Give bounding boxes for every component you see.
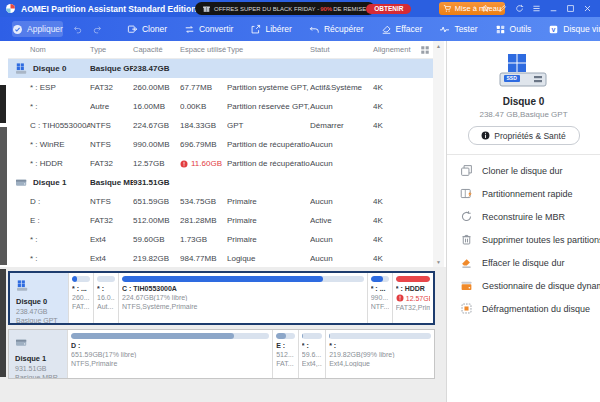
ssd-disk-icon [16,280,29,291]
row-capacity: 990.00MB [133,140,180,149]
row-capacity: 651.59GB [133,197,180,206]
disk-name: Disque 1 [15,354,67,363]
partition-cell[interactable]: * : HDDR12.57GB...FAT32,Prim... [392,273,433,323]
toolbar-button-outils[interactable]: Outils [495,24,532,35]
table-row[interactable]: E :FAT32512.00MB281.28MBPrimaireActive4K [8,211,433,230]
gift-icon [202,4,211,13]
partition-usage-fill [122,276,323,282]
column-header[interactable]: Nom [8,45,90,54]
toolbar-button-recuperer[interactable]: Récupérer [309,24,364,35]
row-capacity: 931.51GB [133,178,180,187]
menu-icon[interactable] [532,4,541,13]
partition-cell[interactable]: * : ...990...NTF... [367,273,392,323]
row-ptype: Partition de récupération, ... [227,140,310,149]
sidebar-action-effacer-le-disque-dur[interactable]: Effacer le disque dur [447,251,600,274]
disk-panel-disque-1[interactable]: Disque 1931.51GBBasique MBRD :651.59GB(1… [8,329,435,379]
undo-icon[interactable] [72,24,83,35]
partition-name: C : TIH0553000A [122,285,364,292]
promo-cta-button[interactable]: OBTENIR [366,4,411,14]
partition-usage-bar [122,276,364,282]
table-row[interactable]: * : WinRENTFS990.00MB696.79MBPartition d… [8,135,433,154]
toolbar-button-tester[interactable]: Tester [439,24,477,35]
toolbar-button-effacer[interactable]: Effacer [381,24,423,35]
table-row[interactable]: Disque 0Basique GPT238.47GB [8,59,433,78]
app-title: AOMEI Partition Assistant Standard Editi… [21,4,196,14]
toolbar-button-cloner[interactable]: Cloner [127,24,167,35]
maximize-icon[interactable] [566,4,575,13]
background-fragment [0,85,6,123]
promo-banner[interactable]: OFFRES SUPER DU BLACK FRIDAY - 90% DE RE… [195,2,375,15]
column-settings-icon[interactable] [420,45,430,55]
table-row[interactable]: * :Ext4219.82GB984.77MBLogiqueAucun4K [8,249,433,268]
partition-size-value: 224.67GB(17% libre) [122,294,187,301]
partition-cell[interactable]: * : ...260...FAT... [68,273,93,323]
star-icon[interactable] [481,4,490,13]
partition-usage-bar [329,333,431,339]
action-label: Effacer le disque dur [482,258,564,268]
sidebar-action-supprimer-toutes-les-partitions[interactable]: Supprimer toutes les partitions [447,228,600,251]
action-label: Supprimer toutes les partitions [482,235,600,245]
table-row[interactable]: * :Autre16.00MB0.00KBPartition réservée … [8,97,433,116]
toolbar-button-liberer[interactable]: Libérer [250,24,291,35]
row-ptype: Logique [227,254,310,263]
partition-usage-fill [329,333,330,339]
partition-size-value: 990... [371,294,389,301]
row-status: Aucun [310,102,373,111]
partition-name: * : ... [72,285,90,292]
close-icon[interactable] [583,4,592,13]
tools-icon [495,24,506,35]
column-header[interactable]: Type [90,45,133,54]
table-row[interactable]: * : ESPFAT32260.00MB67.77MBPartition sys… [8,78,433,97]
toolbar-button-label: Convertir [199,24,233,34]
rebuild-mbr-icon [460,210,473,223]
wipe-icon [381,24,392,35]
row-name-cell: * : WinRE [8,140,90,149]
disk-graphic: SSD [494,53,554,91]
minimize-icon[interactable] [549,4,558,13]
sidebar-action-cloner-le-disque-dur[interactable]: Cloner le disque dur [447,159,600,182]
row-ptype: GPT [227,121,310,130]
redo-icon[interactable] [92,24,103,35]
row-name-cell: * : [8,102,90,111]
table-row[interactable]: * :Ext459.60GB1.73GBPrimaireAucun4K [8,230,433,249]
properties-health-button[interactable]: Propriétés & Santé [468,126,580,145]
partition-cell[interactable]: D :651.59GB(17% libre)NTFS,Primaire [67,330,272,378]
sidebar-action-defragmentation-du-disque[interactable]: Défragmentation du disque [447,297,600,320]
partition-cell[interactable]: C : TIH0553000A224.67GB(17% libre)NTFS,S… [118,273,367,323]
partition-usage-bar [72,276,90,282]
partition-cell[interactable]: E :512...FAT... [272,330,298,378]
partition-size-value: 651.59GB(17% libre) [71,351,136,358]
sidebar-action-reconstruire-le-mbr[interactable]: Reconstruire le MBR [447,205,600,228]
table-row[interactable]: D :NTFS651.59GB534.75GBPrimaireAucun4K [8,192,433,211]
row-fs: FAT32 [90,159,133,168]
column-header[interactable]: Type [227,45,310,54]
partition-cell[interactable]: * :59.6...Ext4,... [298,330,325,378]
row-ptype: Primaire [227,235,310,244]
table-row[interactable]: * : HDDRFAT3212.57GB11.60GBPartition de … [8,154,433,173]
apply-button[interactable]: Appliquer [12,21,63,37]
apply-check-icon [12,24,23,35]
table-scrollbar[interactable]: ▲ ▼ [433,41,444,267]
table-row[interactable]: Disque 1Basique MBR931.51GB [8,173,433,192]
sidebar-action-gestionnaire-de-disque-dynamique[interactable]: Gestionnaire de disque dynamique [447,274,600,297]
feedback-icon[interactable] [498,4,507,13]
disk-map-area: Disque 0238.47GBBasique GPT* : ...260...… [0,267,446,402]
partition-cell[interactable]: * :219.82GB(99% libre)Ext4,Logique [325,330,434,378]
row-name: * : [30,102,38,111]
sidebar-action-partitionnement-rapide[interactable]: Partitionnement rapide [447,182,600,205]
column-header[interactable]: Espace utilisé [180,45,227,54]
warning-icon [180,160,188,168]
toolbar-button-disque-virtuel[interactable]: VDisque virtuel [548,24,600,35]
partition-name: * : [97,285,115,292]
hdd-disk-icon [15,177,28,188]
refresh-icon[interactable] [515,4,524,13]
scroll-up-icon[interactable]: ▲ [433,43,444,49]
scroll-down-icon[interactable]: ▼ [433,259,444,265]
table-row[interactable]: C : TIH0553000ANTFS224.67GB184.33GBGPTDé… [8,116,433,135]
column-header[interactable]: Capacité [133,45,180,54]
sidebar-disk-info: 238.47 GB,Basique GPT [447,110,600,119]
toolbar-button-convertir[interactable]: Convertir [184,24,233,35]
disk-panel-disque-0[interactable]: Disque 0238.47GBBasique GPT* : ...260...… [8,271,435,325]
partition-cell[interactable]: * :16.0...Aut... [93,273,118,323]
column-header[interactable]: Statut [310,45,373,54]
